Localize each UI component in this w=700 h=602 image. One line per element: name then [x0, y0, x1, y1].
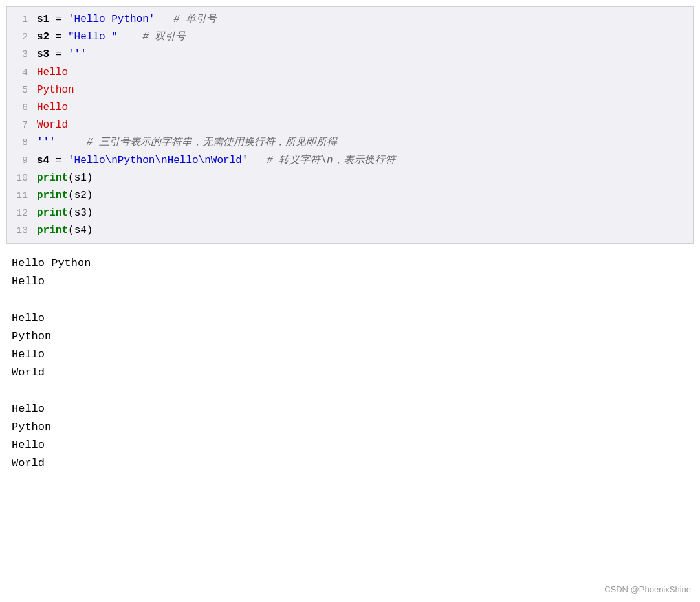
code-line: 13print(s4) — [7, 222, 693, 240]
code-content: Hello — [37, 99, 68, 117]
line-number: 8 — [7, 135, 37, 151]
line-number: 3 — [7, 47, 37, 63]
output-line: Hello Python — [12, 254, 688, 273]
watermark: CSDN @PhoenixShine — [604, 585, 691, 594]
code-content: print(s3) — [37, 205, 93, 222]
output-line: Hello — [12, 273, 688, 291]
code-content: Python — [37, 82, 74, 99]
code-content: print(s2) — [37, 187, 93, 205]
code-line: 7World — [7, 117, 693, 134]
line-number: 11 — [7, 188, 37, 205]
code-line: 12print(s3) — [7, 205, 693, 222]
code-line: 4Hello — [7, 64, 693, 82]
output-line: Python — [12, 418, 688, 436]
line-number: 2 — [7, 29, 37, 46]
output-line: Python — [12, 328, 688, 346]
output-line: Hello — [12, 400, 688, 418]
code-line: 3s3 = ''' — [7, 46, 693, 63]
output-line: Hello — [12, 309, 688, 328]
code-line: 5Python — [7, 82, 693, 99]
output-line: World — [12, 454, 688, 473]
code-content: Hello — [37, 64, 68, 82]
code-content: print(s1) — [37, 170, 93, 187]
code-content: World — [37, 117, 68, 134]
output-blank — [12, 382, 688, 400]
output-area: Hello PythonHello HelloPythonHelloWorldH… — [0, 244, 700, 473]
code-content: s2 = "Hello " # 双引号 — [37, 28, 186, 46]
output-line: World — [12, 364, 688, 382]
line-number: 6 — [7, 100, 37, 117]
code-line: 9s4 = 'Hello\nPython\nHello\nWorld' # 转义… — [7, 152, 693, 170]
line-number: 1 — [7, 12, 37, 28]
code-block: 1s1 = 'Hello Python' # 单引号2s2 = "Hello "… — [6, 6, 694, 244]
code-line: 10print(s1) — [7, 170, 693, 187]
code-content: s4 = 'Hello\nPython\nHello\nWorld' # 转义字… — [37, 152, 395, 170]
code-line: 8''' # 三引号表示的字符串，无需使用换行符，所见即所得 — [7, 134, 693, 151]
code-line: 2s2 = "Hello " # 双引号 — [7, 28, 693, 46]
output-line: Hello — [12, 346, 688, 364]
line-number: 7 — [7, 117, 37, 134]
line-number: 10 — [7, 170, 37, 187]
code-line: 11print(s2) — [7, 187, 693, 205]
code-content: s1 = 'Hello Python' # 单引号 — [37, 11, 217, 28]
line-number: 5 — [7, 82, 37, 99]
code-line: 6Hello — [7, 99, 693, 117]
line-number: 13 — [7, 223, 37, 240]
line-number: 4 — [7, 65, 37, 82]
code-content: s3 = ''' — [37, 46, 87, 63]
output-blank — [12, 291, 688, 309]
output-line: Hello — [12, 436, 688, 454]
code-content: ''' # 三引号表示的字符串，无需使用换行符，所见即所得 — [37, 134, 337, 151]
line-number: 9 — [7, 153, 37, 170]
code-content: print(s4) — [37, 222, 93, 240]
line-number: 12 — [7, 205, 37, 222]
code-line: 1s1 = 'Hello Python' # 单引号 — [7, 11, 693, 28]
